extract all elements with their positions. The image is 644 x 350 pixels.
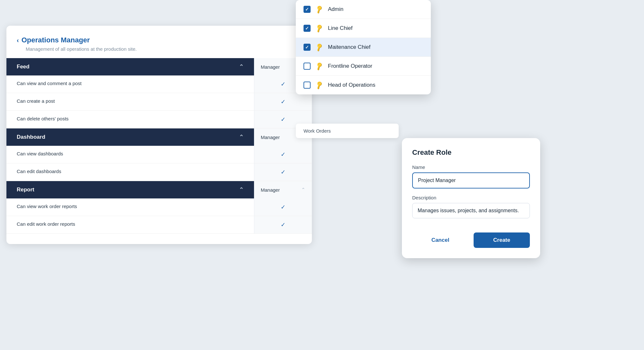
checkmark-icon: ✓ bbox=[281, 169, 286, 176]
permission-label: Can create a post bbox=[6, 93, 254, 111]
dropdown-item-head-of-operations[interactable]: 🔑 Head of Operations bbox=[296, 76, 431, 94]
permission-label: Can view and comment a post bbox=[6, 75, 254, 93]
work-orders-label: Work Orders bbox=[304, 128, 331, 134]
table-row: Can delete others' posts ✓ bbox=[6, 111, 312, 128]
section-label-feed[interactable]: Feed ⌃ bbox=[6, 58, 254, 75]
chevron-up-icon: ⌃ bbox=[239, 186, 244, 193]
checkbox-check-icon: ✓ bbox=[305, 26, 309, 31]
panel-subtitle: Management of all operations at the prod… bbox=[26, 46, 302, 52]
checkbox-admin[interactable]: ✓ bbox=[304, 6, 311, 13]
checkmark-icon: ✓ bbox=[281, 81, 286, 88]
key-icon: 🔑 bbox=[314, 42, 324, 52]
panel-header: ‹ Operations Manager Management of all o… bbox=[6, 36, 312, 58]
permission-check-cell: ✓ bbox=[254, 198, 312, 216]
key-icon: 🔑 bbox=[314, 23, 324, 33]
col-chevron-icon: ⌃ bbox=[301, 187, 305, 193]
permission-label: Can edit dashboards bbox=[6, 163, 254, 181]
roles-dropdown: ✓ 🔑 Admin ✓ 🔑 Line Chief ✓ 🔑 Maitenance … bbox=[296, 0, 431, 94]
panel-title: Operations Manager bbox=[22, 36, 90, 44]
checkmark-icon: ✓ bbox=[281, 221, 286, 228]
cancel-button[interactable]: Cancel bbox=[412, 232, 468, 248]
table-row: Can edit dashboards ✓ bbox=[6, 163, 312, 181]
checkmark-icon: ✓ bbox=[281, 98, 286, 105]
table-row: Can view work order reports ✓ bbox=[6, 198, 312, 216]
permission-check-cell: ✓ bbox=[254, 146, 312, 163]
back-link[interactable]: ‹ Operations Manager bbox=[17, 36, 302, 44]
permission-label: Can edit work order reports bbox=[6, 216, 254, 234]
role-name-frontline-operator: Frontline Operator bbox=[328, 63, 372, 69]
name-input[interactable] bbox=[412, 172, 530, 188]
name-label: Name bbox=[412, 164, 530, 170]
permissions-table: Feed ⌃ Manager ⌃ Can view and comment a … bbox=[6, 58, 312, 234]
checkmark-icon: ✓ bbox=[281, 151, 286, 158]
create-role-panel: Create Role Name Description Cancel Crea… bbox=[402, 138, 540, 258]
checkbox-frontline-operator[interactable] bbox=[304, 63, 311, 70]
checkbox-line-chief[interactable]: ✓ bbox=[304, 25, 311, 32]
role-name-admin: Admin bbox=[328, 6, 343, 13]
dropdown-item-admin[interactable]: ✓ 🔑 Admin bbox=[296, 0, 431, 19]
permission-label: Can delete others' posts bbox=[6, 111, 254, 128]
section-label-report[interactable]: Report ⌃ bbox=[6, 181, 254, 198]
permission-check-cell: ✓ bbox=[254, 163, 312, 181]
permission-label: Can view work order reports bbox=[6, 198, 254, 216]
checkbox-head-of-operations[interactable] bbox=[304, 82, 311, 89]
permission-label: Can view dashboards bbox=[6, 146, 254, 163]
main-panel: ‹ Operations Manager Management of all o… bbox=[6, 26, 312, 244]
table-row: Can view and comment a post ✓ bbox=[6, 75, 312, 93]
dropdown-item-frontline-operator[interactable]: 🔑 Frontline Operator bbox=[296, 57, 431, 76]
section-header-report: Report ⌃ Manager ⌃ bbox=[6, 181, 312, 198]
section-label-dashboard[interactable]: Dashboard ⌃ bbox=[6, 128, 254, 146]
key-icon: 🔑 bbox=[314, 4, 324, 14]
create-button[interactable]: Create bbox=[474, 232, 530, 248]
checkbox-maintenance-chief[interactable]: ✓ bbox=[304, 44, 311, 51]
table-row: Can view dashboards ✓ bbox=[6, 146, 312, 163]
back-arrow-icon: ‹ bbox=[17, 37, 19, 44]
table-row: Can edit work order reports ✓ bbox=[6, 216, 312, 234]
role-name-line-chief: Line Chief bbox=[328, 25, 353, 31]
role-name-maintenance-chief: Maitenance Chief bbox=[328, 44, 370, 50]
role-name-head-of-operations: Head of Operations bbox=[328, 82, 375, 88]
permission-check-cell: ✓ bbox=[254, 216, 312, 234]
section-header-feed: Feed ⌃ Manager ⌃ bbox=[6, 58, 312, 75]
description-input[interactable] bbox=[412, 203, 530, 218]
chevron-up-icon: ⌃ bbox=[239, 63, 244, 70]
checkbox-check-icon: ✓ bbox=[305, 45, 309, 50]
section-header-dashboard: Dashboard ⌃ Manager ⌃ bbox=[6, 128, 312, 146]
dropdown-item-maintenance-chief[interactable]: ✓ 🔑 Maitenance Chief bbox=[296, 38, 431, 57]
dropdown-item-line-chief[interactable]: ✓ 🔑 Line Chief bbox=[296, 19, 431, 38]
checkmark-icon: ✓ bbox=[281, 204, 286, 211]
checkbox-check-icon: ✓ bbox=[305, 7, 309, 12]
key-icon: 🔑 bbox=[314, 61, 324, 71]
key-icon: 🔑 bbox=[314, 80, 324, 90]
create-role-title: Create Role bbox=[412, 148, 530, 157]
form-buttons: Cancel Create bbox=[412, 232, 530, 248]
table-row: Can create a post ✓ bbox=[6, 93, 312, 111]
checkmark-icon: ✓ bbox=[281, 116, 286, 123]
work-orders-banner: Work Orders bbox=[296, 124, 399, 138]
col-header-report[interactable]: Manager ⌃ bbox=[254, 181, 312, 198]
permission-check-cell: ✓ bbox=[254, 93, 312, 111]
description-label: Description bbox=[412, 195, 530, 200]
chevron-up-icon: ⌃ bbox=[239, 134, 244, 141]
